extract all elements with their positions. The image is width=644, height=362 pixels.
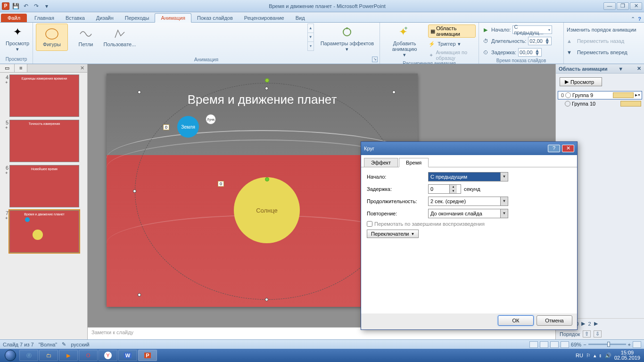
anim-gallery-shapes[interactable]: Фигуры: [36, 24, 68, 51]
dlg-start-dropdown[interactable]: С предыдущим▼: [428, 172, 508, 181]
move-later-button[interactable]: ▼ Переместить вперед: [567, 47, 636, 58]
tab-transitions[interactable]: Переходы: [119, 14, 155, 22]
gallery-down-icon[interactable]: ▼: [308, 33, 314, 42]
fit-window-icon[interactable]: [633, 341, 641, 348]
close-button[interactable]: ✕: [630, 2, 642, 10]
slide-thumb[interactable]: Новейшее время: [9, 165, 79, 207]
start-dropdown[interactable]: С предыдущ...▼: [512, 25, 552, 34]
dialog-cancel-button[interactable]: Отмена: [537, 315, 572, 326]
taskbar-ie[interactable]: ⓔ: [19, 350, 38, 361]
anim-play-button[interactable]: ▶Просмотр: [560, 77, 602, 86]
moon-shape[interactable]: Луна: [206, 114, 216, 124]
timeline-end-icon[interactable]: ▶: [594, 321, 598, 327]
preview-button[interactable]: ✦ Просмотр▾: [3, 24, 32, 53]
undo-icon[interactable]: ↶: [22, 2, 30, 10]
slide-thumb[interactable]: Точность измерения: [9, 120, 79, 162]
sel-handle-ne[interactable]: [392, 90, 396, 94]
sel-handle-w[interactable]: [133, 189, 136, 193]
help-icon[interactable]: ?: [638, 16, 641, 22]
dlg-repeat-dropdown[interactable]: До окончания слайда▼: [428, 209, 508, 218]
anim-gallery-loops[interactable]: Петли: [70, 24, 102, 51]
tab-design[interactable]: Дизайн: [91, 14, 119, 22]
dlg-duration-dropdown[interactable]: 2 сек. (средне)▼: [428, 197, 508, 206]
tray-volume-icon[interactable]: 🔊: [605, 353, 611, 359]
taskbar-word[interactable]: W: [118, 350, 137, 361]
anim-item-menu-icon[interactable]: ▶▼: [635, 93, 641, 97]
delay-input[interactable]: 00,00▲▼: [518, 48, 542, 57]
earth-shape[interactable]: Земля: [177, 116, 199, 138]
gallery-more-icon[interactable]: ▾: [308, 42, 314, 51]
view-slideshow-icon[interactable]: [561, 341, 569, 348]
animation-pane-button[interactable]: ▦Область анимации: [428, 25, 476, 38]
taskbar-opera[interactable]: O: [79, 350, 98, 361]
sel-handle-nw[interactable]: [138, 90, 141, 94]
ribbon-minimize-icon[interactable]: ⌃: [631, 16, 635, 22]
timeline-next-icon[interactable]: ▶: [581, 321, 585, 327]
dlg-rewind-checkbox[interactable]: Перемотать по завершении воспроизведения: [367, 221, 485, 227]
tray-lang[interactable]: RU: [576, 353, 583, 358]
taskbar-explorer[interactable]: 🗀: [39, 350, 58, 361]
anim-tag-0b[interactable]: 0: [218, 181, 224, 187]
spellcheck-icon[interactable]: ✎: [62, 341, 66, 347]
add-animation-button[interactable]: ✦+ Добавить анимацию▾: [383, 24, 426, 59]
sel-handle-n[interactable]: [265, 87, 268, 90]
taskbar-wmp[interactable]: ▶: [59, 350, 78, 361]
sel-handle-sw[interactable]: [138, 293, 141, 296]
file-tab[interactable]: Файл: [1, 14, 27, 22]
rotate-handle[interactable]: [265, 78, 269, 82]
anim-pane-dropdown-icon[interactable]: ▼: [618, 66, 623, 72]
taskbar-yandex[interactable]: Y: [99, 350, 117, 361]
slides-tab[interactable]: ▭: [0, 64, 15, 72]
sun-shape[interactable]: Солнце: [234, 177, 300, 243]
outline-tab[interactable]: ≡: [15, 64, 27, 72]
view-reading-icon[interactable]: [550, 341, 559, 348]
zoom-slider[interactable]: [588, 344, 626, 345]
tray-up-icon[interactable]: ▴: [594, 353, 596, 359]
dlg-delay-input[interactable]: ▲▼: [428, 184, 461, 194]
save-icon[interactable]: 💾: [11, 2, 20, 10]
zoom-out-icon[interactable]: −: [583, 342, 586, 347]
tray-clock[interactable]: 15:0902.05.2019: [614, 350, 640, 361]
view-normal-icon[interactable]: [529, 341, 538, 348]
tray-network-icon[interactable]: ⫾: [599, 353, 602, 358]
dialog-close-icon[interactable]: ✕: [562, 145, 574, 152]
slide-thumb[interactable]: Единицы измерения времени: [9, 74, 79, 117]
zoom-level[interactable]: 69%: [571, 342, 581, 347]
dialog-tab-effect[interactable]: Эффект: [364, 158, 398, 167]
dialog-help-icon[interactable]: ?: [548, 145, 560, 152]
tray-action-center-icon[interactable]: ⚐: [586, 353, 591, 359]
start-button[interactable]: [2, 349, 19, 362]
tab-review[interactable]: Рецензирование: [239, 14, 290, 22]
path-handle[interactable]: [265, 177, 269, 181]
zoom-in-icon[interactable]: +: [628, 342, 631, 347]
tab-home[interactable]: Главная: [29, 14, 60, 22]
dialog-tab-time[interactable]: Время: [399, 158, 429, 167]
view-sorter-icon[interactable]: [540, 341, 548, 348]
dlg-triggers-button[interactable]: Переключатели ▼: [367, 230, 419, 238]
anim-pane-close-icon[interactable]: ✕: [637, 66, 641, 72]
slide-thumb[interactable]: Время и движение планет: [9, 210, 79, 253]
gallery-up-icon[interactable]: ▲: [308, 24, 314, 33]
order-down-icon[interactable]: ⇩: [594, 330, 602, 337]
redo-icon[interactable]: ↷: [32, 2, 41, 10]
anim-gallery-custom[interactable]: Пользовате...: [104, 24, 136, 51]
duration-input[interactable]: 02,00▲▼: [528, 37, 552, 45]
tab-insert[interactable]: Вставка: [60, 14, 91, 22]
tab-view[interactable]: Вид: [290, 14, 311, 22]
dialog-ok-button[interactable]: ОК: [498, 315, 534, 326]
anim-list-item[interactable]: Группа 10: [558, 99, 642, 108]
language-status[interactable]: русский: [71, 342, 89, 347]
sel-handle-s[interactable]: [265, 298, 268, 301]
order-up-icon[interactable]: ⇧: [583, 330, 591, 337]
panel-close-icon[interactable]: ✕: [77, 64, 87, 72]
anim-tag-0a[interactable]: 0: [163, 124, 169, 130]
tab-slideshow[interactable]: Показ слайдов: [191, 14, 239, 22]
group-launcher-icon[interactable]: ↘: [372, 57, 378, 62]
trigger-button[interactable]: ⚡Триггер ▾: [428, 39, 476, 49]
taskbar-powerpoint[interactable]: P: [138, 350, 157, 361]
qat-more-icon[interactable]: ▾: [42, 2, 51, 10]
maximize-button[interactable]: ❐: [617, 2, 629, 10]
minimize-button[interactable]: —: [603, 2, 616, 10]
tab-animation[interactable]: Анимация: [155, 13, 191, 23]
effect-options-button[interactable]: Параметры эффектов▾: [318, 24, 377, 53]
